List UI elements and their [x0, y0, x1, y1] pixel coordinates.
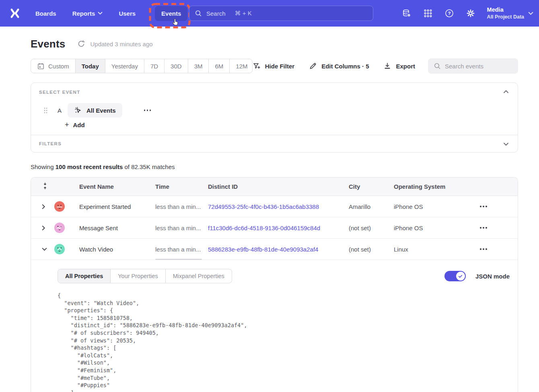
column-time[interactable]: Time — [155, 183, 208, 190]
distinct-id-link[interactable]: 72d49553-25fc-4f0c-b436-1b5ac6ab3388 — [208, 203, 349, 210]
column-event-name[interactable]: Event Name — [71, 183, 155, 190]
summary-count: 100 most recent results — [56, 163, 123, 170]
event-step-letter: A — [58, 107, 62, 114]
data-management-icon[interactable] — [402, 8, 411, 18]
json-mode-toggle[interactable] — [444, 271, 466, 281]
os-cell: Linux — [394, 246, 465, 253]
chevron-right-icon[interactable] — [31, 225, 50, 231]
table-row[interactable]: Message Sent less than a min... f11c30d6… — [31, 217, 518, 239]
export-label: Export — [396, 63, 415, 70]
distinct-id-link[interactable]: f11c30d6-dc6d-4518-9136-0d046159c84d — [208, 225, 349, 231]
chevron-down-icon[interactable] — [503, 140, 510, 148]
city-cell: Amarillo — [349, 203, 394, 210]
chevron-up-icon[interactable] — [503, 88, 510, 95]
global-search-placeholder: Search — [206, 10, 226, 17]
primary-nav: Boards Reports Users Events — [35, 6, 187, 21]
date-range-today[interactable]: Today — [76, 59, 105, 73]
hide-filter-button[interactable]: Hide Filter — [253, 62, 294, 70]
time-cell: less than a min... — [155, 225, 208, 231]
global-search-input[interactable]: Search ⌘ + K — [189, 6, 373, 21]
search-icon — [195, 10, 202, 17]
date-range-7d[interactable]: 7D — [144, 59, 165, 73]
event-json-viewer[interactable]: { "event": "Watch Video", "properties": … — [58, 292, 510, 392]
search-events-input[interactable]: Search events — [428, 58, 518, 74]
chevron-right-icon[interactable] — [31, 204, 50, 209]
distinct-id-link[interactable]: 5886283e-e9fb-48fb-81de-40e9093a2af4 — [208, 246, 349, 253]
avatar — [54, 201, 65, 212]
date-range-segmented-control: Custom Today Yesterday 7D 30D 3M 6M 12M — [31, 59, 253, 73]
main-content: Events Updated 3 minutes ago Custom — [0, 37, 539, 392]
project-name: Media — [487, 6, 524, 14]
settings-gear-icon[interactable] — [466, 8, 475, 18]
date-range-3m[interactable]: 3M — [188, 59, 209, 73]
tab-all-properties[interactable]: All Properties — [58, 269, 111, 283]
time-cell: less than a min... — [155, 246, 208, 253]
calendar-icon — [37, 62, 45, 70]
date-range-custom[interactable]: Custom — [31, 59, 76, 73]
table-horizontal-scrollbar[interactable] — [155, 259, 202, 260]
table-header-row: Event Name Time Distinct ID City Operati… — [31, 177, 518, 196]
help-icon[interactable]: ? — [444, 8, 454, 18]
chevron-down-icon[interactable] — [31, 248, 50, 251]
json-mode-label: JSON mode — [475, 273, 510, 280]
hand-cursor-icon — [172, 18, 180, 27]
row-actions-menu[interactable] — [465, 248, 518, 250]
apps-grid-icon[interactable] — [423, 8, 433, 18]
search-events-placeholder: Search events — [445, 63, 483, 70]
export-button[interactable]: Export — [383, 62, 415, 70]
os-cell: iPhone OS — [394, 225, 465, 231]
table-row[interactable]: Experiment Started less than a min... 72… — [31, 196, 518, 217]
mixpanel-logo[interactable] — [9, 7, 21, 19]
date-range-custom-label: Custom — [48, 63, 69, 70]
search-icon — [434, 62, 441, 70]
avatar — [54, 244, 65, 254]
date-range-30d[interactable]: 30D — [165, 59, 188, 73]
date-range-12m[interactable]: 12M — [230, 59, 252, 73]
nav-item-boards[interactable]: Boards — [35, 10, 56, 17]
filters-section[interactable]: FILTERS — [31, 135, 518, 152]
nav-item-users[interactable]: Users — [119, 10, 136, 17]
filters-label: FILTERS — [39, 141, 62, 146]
column-city[interactable]: City — [349, 183, 394, 190]
event-options-menu[interactable] — [130, 109, 151, 111]
tab-your-properties[interactable]: Your Properties — [111, 269, 165, 283]
city-cell: (not set) — [349, 225, 394, 231]
toggle-knob — [456, 272, 465, 281]
os-cell: iPhone OS — [394, 203, 465, 210]
column-operating-system[interactable]: Operating System — [394, 183, 465, 190]
all-events-selector[interactable]: All Events — [68, 103, 122, 118]
edit-columns-label: Edit Columns · 5 — [321, 63, 369, 70]
nav-item-reports[interactable]: Reports — [72, 10, 103, 17]
project-scope: All Project Data — [487, 14, 524, 21]
hide-filter-label: Hide Filter — [265, 63, 294, 70]
svg-text:?: ? — [448, 11, 451, 16]
refresh-icon[interactable] — [77, 40, 85, 48]
project-switcher[interactable]: Media All Project Data — [487, 6, 533, 21]
date-range-6m[interactable]: 6M — [209, 59, 230, 73]
properties-tabs: All Properties Your Properties Mixpanel … — [58, 269, 232, 283]
select-event-label: SELECT EVENT — [39, 90, 510, 95]
chevron-down-icon — [98, 12, 103, 15]
event-detail-panel: All Properties Your Properties Mixpanel … — [31, 260, 518, 392]
sort-updown-icon[interactable] — [31, 182, 50, 191]
events-table: Event Name Time Distinct ID City Operati… — [31, 177, 518, 392]
add-event-button[interactable]: + Add — [39, 121, 510, 128]
funnel-plus-icon — [253, 62, 261, 70]
column-distinct-id[interactable]: Distinct ID — [208, 183, 349, 190]
row-actions-menu[interactable] — [465, 206, 518, 207]
event-name-cell: Watch Video — [71, 246, 155, 253]
pencil-icon — [309, 62, 317, 70]
avatar — [54, 223, 65, 233]
time-cell: less than a min... — [155, 203, 208, 210]
row-actions-menu[interactable] — [465, 227, 518, 229]
nav-item-events[interactable]: Events — [155, 6, 187, 21]
last-updated-text: Updated 3 minutes ago — [90, 41, 152, 47]
edit-columns-button[interactable]: Edit Columns · 5 — [309, 62, 369, 70]
drag-handle-icon[interactable] — [43, 107, 48, 114]
event-name-cell: Message Sent — [71, 225, 155, 231]
summary-prefix: Showing — [31, 163, 56, 170]
date-range-yesterday[interactable]: Yesterday — [105, 59, 144, 73]
tab-mixpanel-properties[interactable]: Mixpanel Properties — [166, 269, 232, 283]
table-row-expanded[interactable]: Watch Video less than a min... 5886283e-… — [31, 239, 518, 260]
plus-icon: + — [65, 121, 69, 128]
